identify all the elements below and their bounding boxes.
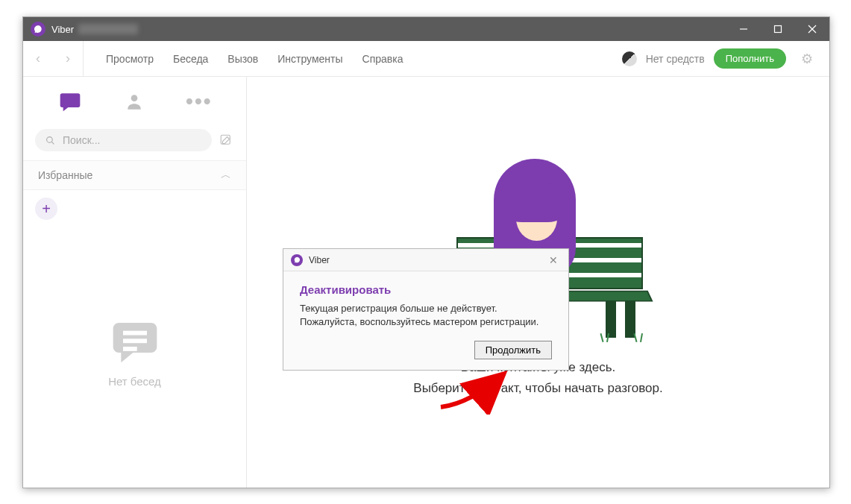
menu-view[interactable]: Просмотр [106,53,154,65]
modal-heading: Деактивировать [300,283,552,296]
balance-text: Нет средств [646,53,705,65]
tab-more[interactable]: ••• [186,88,213,115]
avatar[interactable] [622,51,637,66]
search-input[interactable]: Поиск... [35,129,212,151]
viber-app-icon [31,22,45,37]
main-area: Ваши контакты уже здесь. Выберите контак… [247,77,829,488]
title-extra-blurred [78,24,138,34]
account-area: Нет средств Пополнить ⚙ [622,48,829,69]
main-text-line2: Выберите контакт, чтобы начать разговор. [413,381,662,396]
titlebar: Viber [23,17,829,41]
sidebar-tabs: ••• [23,77,246,126]
search-placeholder: Поиск... [63,134,100,146]
modal-body: Деактивировать Текущая регистрация больш… [283,271,568,341]
chevron-up-icon: ︿ [221,168,231,182]
tab-chats[interactable] [57,88,84,115]
window-close-button[interactable] [795,17,829,41]
nav-arrows: ‹ › [23,41,84,76]
add-row: + [23,190,246,227]
app-window: Viber ‹ › Просмотр Беседа Вызов Инструме… [22,16,830,488]
menu-call[interactable]: Вызов [227,53,258,65]
title-app-name: Viber [51,24,74,35]
add-favorite-button[interactable]: + [35,198,57,220]
svg-rect-8 [123,347,137,351]
svg-point-4 [131,95,138,101]
continue-button[interactable]: Продолжить [474,341,552,359]
empty-state: Нет бесед [23,317,246,388]
deactivate-modal: Viber ✕ Деактивировать Текущая регистрац… [283,248,569,371]
window-minimize-button[interactable] [726,17,761,41]
gear-icon[interactable]: ⚙ [795,51,819,67]
menu-chat[interactable]: Беседа [173,53,208,65]
svg-rect-6 [123,331,147,336]
search-row: Поиск... [23,126,246,160]
menu-bar: Просмотр Беседа Вызов Инструменты Справк… [84,53,403,65]
modal-message-line2: Пожалуйста, воспользуйтесь мастером реги… [300,315,552,329]
window-maximize-button[interactable] [761,17,795,41]
menu-tools[interactable]: Инструменты [277,53,342,65]
modal-window-title: Viber [309,255,330,265]
svg-rect-7 [123,338,147,343]
modal-message-line1: Текущая регистрация больше не действует. [300,302,552,315]
modal-footer: Продолжить [283,341,568,370]
menu-help[interactable]: Справка [362,53,403,65]
empty-chat-icon [111,317,159,368]
nav-forward-button[interactable]: › [53,41,83,76]
tab-contacts[interactable] [121,88,148,115]
body-area: ••• Поиск... Избранные ︿ + [23,77,829,488]
sidebar: ••• Поиск... Избранные ︿ + [23,77,247,488]
topup-button[interactable]: Пополнить [714,48,786,69]
favorites-header[interactable]: Избранные ︿ [23,160,246,190]
favorites-label: Избранные [38,169,92,181]
modal-titlebar: Viber ✕ [283,249,568,271]
modal-viber-icon [291,254,303,266]
toolbar: ‹ › Просмотр Беседа Вызов Инструменты Сп… [23,41,829,77]
empty-label: Нет бесед [108,375,161,388]
compose-icon[interactable] [218,132,234,148]
nav-back-button[interactable]: ‹ [23,41,53,76]
svg-rect-1 [775,26,782,33]
search-icon [45,136,55,145]
modal-close-button[interactable]: ✕ [546,254,561,266]
